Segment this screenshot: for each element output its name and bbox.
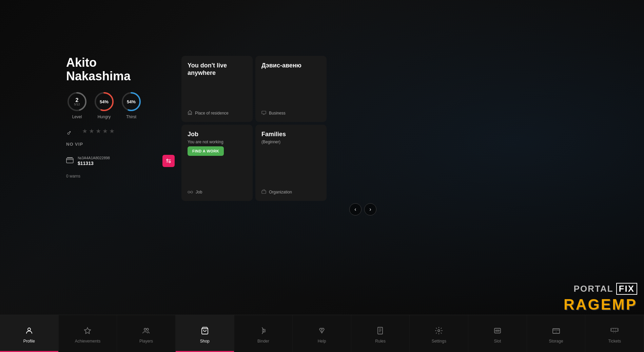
ragemp-text: RAGEMP (564, 296, 637, 313)
nav-tickets-label: Tickets (608, 339, 621, 344)
star-2: ★ (89, 127, 94, 135)
nav-shop-label: Shop (200, 339, 210, 344)
families-title: Families (261, 131, 320, 138)
bottom-nav: Profile Achievements Players (0, 315, 644, 352)
nav-arrows: ‹ › (349, 203, 376, 215)
wallet-icon (66, 157, 74, 165)
job-card: Job You are not working FIND A WORK Job (181, 125, 253, 201)
nav-profile[interactable]: Profile (0, 315, 59, 352)
find-work-button[interactable]: FIND A WORK (188, 146, 224, 156)
org-icon (261, 189, 266, 195)
warns-display: 0 warns (66, 174, 175, 179)
svg-point-10 (191, 191, 193, 193)
nav-profile-label: Profile (23, 339, 35, 344)
nav-achievements[interactable]: Achievements (59, 315, 117, 352)
business-title: Дэвис-авеню (261, 62, 320, 69)
nav-storage-label: Storage (549, 339, 563, 344)
rules-icon (376, 327, 385, 337)
stats-row: 2 5/12 Level 54% Hungry (66, 91, 175, 119)
wallet-row: №3A4A1A8022898 $11313 (66, 155, 175, 167)
gender-stars-row: ♂ ★ ★ ★ ★ ★ (66, 127, 175, 139)
thirst-value: 54% (127, 100, 136, 104)
nav-slot[interactable]: Slot (468, 315, 527, 352)
svg-rect-16 (378, 327, 383, 334)
prev-arrow[interactable]: ‹ (349, 203, 362, 215)
profile-icon (25, 327, 33, 337)
nav-binder[interactable]: Binder (234, 315, 293, 352)
help-icon (318, 327, 326, 337)
gender-icon: ♂ (66, 129, 72, 138)
svg-rect-11 (262, 191, 266, 193)
nav-help-label: Help (318, 339, 326, 344)
shop-icon (201, 327, 209, 337)
thirst-stat: 54% Thirst (120, 91, 142, 119)
next-arrow[interactable]: › (364, 203, 376, 215)
residence-footer-label: Place of residence (195, 111, 229, 116)
hungry-value: 54% (100, 100, 109, 104)
families-footer-label: Organization (269, 190, 292, 194)
svg-point-17 (438, 330, 440, 332)
hungry-label: Hungry (98, 115, 111, 119)
svg-point-13 (144, 328, 146, 330)
portal-logo: PORTAL FIX RAGEMP (564, 283, 637, 313)
nav-shop[interactable]: Shop (176, 315, 234, 352)
level-stat: 2 5/12 Level (66, 91, 88, 119)
profile-panel: Akito Nakashima 2 5/12 Level (66, 56, 175, 179)
svg-rect-22 (553, 329, 560, 333)
cards-grid: You don't live anywhere Place of residen… (181, 56, 327, 201)
storage-icon (552, 327, 560, 337)
nav-tickets[interactable]: Tickets (585, 315, 644, 352)
families-card: Families (Beginner) Organization (255, 125, 327, 201)
settings-icon (435, 327, 443, 337)
hungry-stat: 54% Hungry (93, 91, 115, 119)
job-footer: Job (188, 189, 247, 195)
business-footer: Business (261, 110, 320, 116)
binder-icon (259, 327, 267, 337)
families-footer: Organization (261, 189, 320, 195)
families-subtitle: (Beginner) (261, 140, 320, 144)
job-subtitle: You are not working (188, 140, 247, 144)
stars-row: ★ ★ ★ ★ ★ (82, 127, 115, 135)
business-footer-label: Business (269, 111, 286, 116)
monitor-icon (261, 110, 266, 116)
job-title: Job (188, 131, 247, 138)
wallet-amount: $11313 (78, 161, 158, 166)
nav-rules[interactable]: Rules (351, 315, 410, 352)
nav-settings[interactable]: Settings (410, 315, 468, 352)
business-card: Дэвис-авеню Business (255, 56, 327, 122)
fix-text: FIX (616, 283, 637, 295)
vip-badge: NO VIP (66, 142, 175, 147)
job-icon (188, 189, 193, 195)
nav-players-label: Players (139, 339, 153, 344)
residence-title: You don't live anywhere (188, 62, 247, 77)
level-label: Level (72, 115, 82, 119)
nav-rules-label: Rules (375, 339, 386, 344)
star-1: ★ (82, 127, 87, 135)
job-footer-label: Job (196, 190, 202, 194)
wallet-id: №3A4A1A8022898 (78, 156, 158, 160)
nav-help[interactable]: Help (293, 315, 351, 352)
star-3: ★ (96, 127, 101, 135)
players-icon (142, 327, 150, 337)
svg-point-9 (188, 191, 190, 193)
thirst-circle: 54% (120, 91, 142, 112)
svg-rect-6 (66, 158, 73, 163)
svg-point-23 (556, 332, 557, 332)
nav-achievements-label: Achievements (75, 339, 100, 344)
home-icon (188, 110, 192, 116)
star-5: ★ (109, 127, 115, 135)
player-name: Akito Nakashima (66, 56, 175, 83)
star-4: ★ (102, 127, 108, 135)
svg-point-12 (28, 328, 31, 331)
wallet-info: №3A4A1A8022898 $11313 (78, 156, 158, 166)
hungry-circle: 54% (93, 91, 115, 112)
residence-card: You don't live anywhere Place of residen… (181, 56, 253, 122)
transfer-button[interactable] (162, 155, 175, 167)
tickets-icon (610, 327, 619, 337)
achievements-icon (83, 327, 92, 337)
level-sub: 5/12 (74, 103, 80, 106)
nav-players[interactable]: Players (117, 315, 176, 352)
svg-rect-8 (262, 111, 266, 114)
nav-storage[interactable]: Storage (527, 315, 586, 352)
level-value: 2 (74, 98, 80, 103)
